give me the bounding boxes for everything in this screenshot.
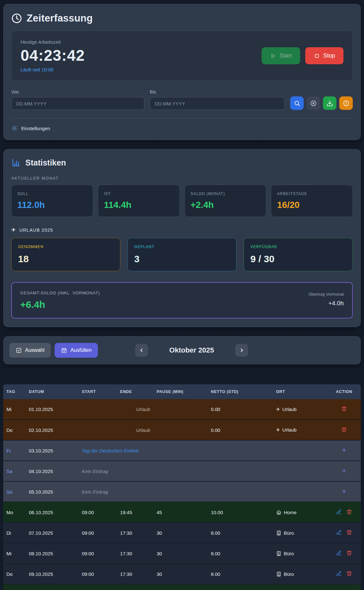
home-icon xyxy=(276,510,282,515)
info-button[interactable] xyxy=(339,96,353,110)
edit-button[interactable] xyxy=(334,508,344,517)
action-cell xyxy=(327,523,361,543)
delete-button[interactable] xyxy=(344,549,354,558)
date-label: 07.10.2025 xyxy=(26,523,79,543)
table-row: Mi08.10.202509:0017:30308.00Büro xyxy=(3,543,361,564)
chevron-right-icon xyxy=(239,347,245,353)
download-button[interactable] xyxy=(323,96,336,110)
divider xyxy=(11,118,353,119)
auswahl-button[interactable]: Auswahl xyxy=(9,343,51,358)
day-label: Mo xyxy=(3,502,26,523)
start-value: 09:00 xyxy=(79,543,117,564)
delete-button[interactable] xyxy=(339,425,349,435)
ausfuellen-button[interactable]: Ausfüllen xyxy=(55,343,98,358)
timer-info: Heutige Arbeitszeit 04:23:42 Läuft seit … xyxy=(21,39,85,72)
stats-title-row: Statistiken xyxy=(11,158,353,167)
day-label: Fr xyxy=(3,584,26,590)
clear-button[interactable] xyxy=(307,96,320,110)
delete-button[interactable] xyxy=(344,569,354,579)
date-label: 10.10.2025 xyxy=(26,584,79,590)
action-cell xyxy=(327,584,361,590)
vacation-grid: GENOMMEN 18 GEPLANT 3 VERFÜGBAR 9 / 30 xyxy=(11,238,353,271)
trash-icon xyxy=(341,427,347,433)
bis-field-group: Bis xyxy=(150,89,285,110)
date-label: 04.10.2025 xyxy=(26,461,79,481)
clock-icon xyxy=(11,13,22,24)
stat-tile-ist: IST 114.4h xyxy=(98,185,180,217)
chevron-left-icon xyxy=(139,347,144,353)
date-label: 06.10.2025 xyxy=(26,502,79,523)
day-label: Do xyxy=(3,564,26,584)
ort-cell: Büro xyxy=(273,523,327,543)
day-label: Sa xyxy=(3,461,26,481)
ort-cell xyxy=(273,461,327,481)
action-cell xyxy=(327,461,361,481)
info-icon xyxy=(343,100,350,107)
add-button[interactable] xyxy=(339,467,349,476)
stop-button[interactable]: Stop xyxy=(305,47,343,64)
delete-button[interactable] xyxy=(344,508,354,517)
header-datum: DATUM xyxy=(26,384,79,399)
add-button[interactable] xyxy=(339,446,349,455)
start-button[interactable]: Start xyxy=(262,47,300,64)
day-label: Do xyxy=(3,420,26,440)
plus-icon xyxy=(341,468,347,474)
stat-tile-soll: SOLL 112.0h xyxy=(11,185,93,217)
current-month-label: AKTUELLER MONAT xyxy=(11,176,353,181)
edit-button[interactable] xyxy=(334,549,344,558)
next-month-button[interactable] xyxy=(235,344,248,357)
stat-label: SALDO (MONAT) xyxy=(191,192,260,196)
ausfuellen-label: Ausfüllen xyxy=(70,347,91,353)
vacation-value: 9 / 30 xyxy=(250,254,346,264)
action-cell xyxy=(327,399,361,420)
vacation-value: 18 xyxy=(18,254,114,264)
ende-value: 17:30 xyxy=(117,523,153,543)
edit-button[interactable] xyxy=(334,569,344,579)
stat-label: IST xyxy=(104,192,174,196)
entries-table: TAG DATUM START ENDE PAUSE (MIN) NETTO (… xyxy=(3,384,361,590)
edit-button[interactable] xyxy=(334,528,344,538)
search-button[interactable] xyxy=(290,96,304,110)
add-button[interactable] xyxy=(339,487,349,496)
header-tag: TAG xyxy=(3,384,26,399)
von-input[interactable] xyxy=(11,97,144,110)
settings-link[interactable]: Einstellungen xyxy=(11,125,353,131)
ort-cell xyxy=(273,481,327,502)
stop-icon xyxy=(314,53,320,59)
table-row: Di07.10.202509:0017:30308.00Büro xyxy=(3,523,361,543)
date-label: 03.10.2025 xyxy=(26,440,79,461)
start-value: 09:00 xyxy=(79,502,117,523)
timer-running-since: Läuft seit 10:00 xyxy=(21,67,85,72)
netto-value: 8.00 xyxy=(208,543,273,564)
day-label: Mi xyxy=(3,399,26,420)
ort-cell: ✈Urlaub xyxy=(273,399,327,420)
delete-button[interactable] xyxy=(344,528,354,538)
table-row: Mo06.10.202509:0019:454510.00Home xyxy=(3,502,361,523)
pause-value: 30 xyxy=(153,523,208,543)
stat-value: +2.4h xyxy=(191,200,260,210)
previous-month-button[interactable] xyxy=(135,344,148,357)
ort-cell: Büro xyxy=(273,543,327,564)
table-row: Mi01.10.2025Urlaub0.00✈Urlaub xyxy=(3,399,361,420)
trash-icon xyxy=(346,530,352,535)
ende-value: 19:45 xyxy=(117,502,153,523)
ort-cell: Home xyxy=(273,502,327,523)
entry-note: Urlaub xyxy=(79,399,208,420)
delete-button[interactable] xyxy=(339,405,349,414)
table-row: Fr10.10.202509:0019:454510.00Home xyxy=(3,584,361,590)
auswahl-label: Auswahl xyxy=(25,347,44,353)
vacation-card-genommen: GENOMMEN 18 xyxy=(11,238,120,271)
vacation-card-geplant: GEPLANT 3 xyxy=(127,238,237,271)
timer-value: 04:23:42 xyxy=(21,47,85,64)
entry-note: Kein Eintrag xyxy=(79,481,273,502)
pencil-icon xyxy=(336,571,342,577)
office-icon xyxy=(276,571,282,577)
start-value: 09:00 xyxy=(79,584,117,590)
day-label: So xyxy=(3,481,26,502)
von-label: Von xyxy=(11,89,144,94)
timer-panel: Heutige Arbeitszeit 04:23:42 Läuft seit … xyxy=(11,31,353,81)
total-saldo-left: GESAMT-SALDO (INKL. VORMONAT) +6.4h xyxy=(20,291,100,310)
bis-input[interactable] xyxy=(150,97,285,110)
settings-label: Einstellungen xyxy=(21,126,50,131)
day-label: Di xyxy=(3,523,26,543)
